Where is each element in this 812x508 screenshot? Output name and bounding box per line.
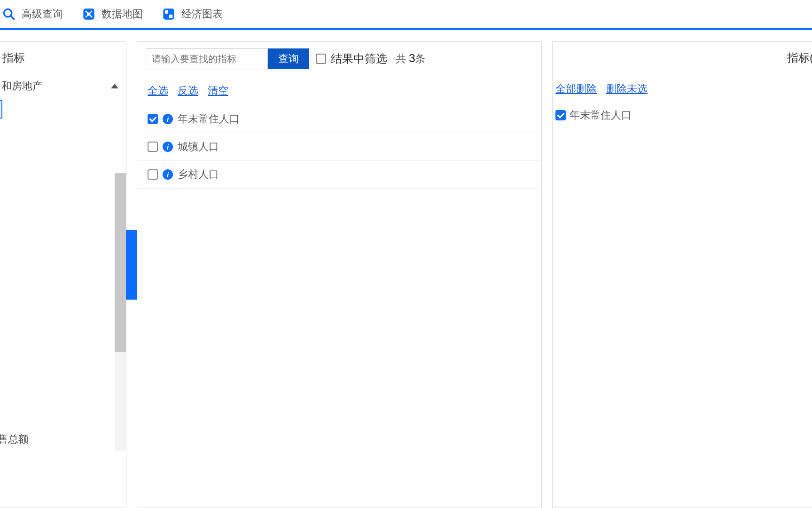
splitter-right[interactable]: [130, 230, 137, 300]
left-panel-body: 和房地产 售总额: [0, 74, 126, 508]
topbar-item-econ-chart[interactable]: 经济图表: [162, 7, 223, 21]
item-label: 年末常住人口: [178, 112, 240, 126]
info-icon[interactable]: i: [163, 169, 173, 180]
list-item[interactable]: i 乡村人口: [137, 161, 541, 189]
topbar-item-data-map[interactable]: 数据地图: [82, 7, 143, 21]
item-checkbox[interactable]: [148, 169, 158, 180]
svg-point-3: [87, 12, 91, 16]
item-label: 年末常住人口: [570, 108, 632, 122]
right-panel: 指标( 全部删除 删除未选 年末常住人口: [552, 41, 812, 508]
delete-all-link[interactable]: 全部删除: [555, 82, 597, 96]
delete-unselected-link[interactable]: 删除未选: [606, 82, 648, 96]
item-checkbox[interactable]: [148, 142, 158, 152]
filter-checkbox[interactable]: [316, 54, 326, 64]
left-panel-title: 指标: [0, 42, 126, 74]
magnifier-icon: [2, 7, 16, 21]
right-panel-title: 指标(: [553, 42, 812, 74]
svg-rect-6: [169, 15, 172, 18]
mid-panel-header: 查询 结果中筛选 共 3条: [137, 42, 541, 76]
info-icon[interactable]: i: [163, 114, 173, 124]
left-panel: 指标 和房地产 售总额: [0, 41, 126, 508]
globe-icon: [82, 7, 96, 21]
mid-panel: 查询 结果中筛选 共 3条 全选 反选 清空 i 年末常住人口 i 城镇人口: [137, 41, 542, 508]
result-count: 共 3条: [396, 52, 425, 66]
left-scrollbar[interactable]: [115, 173, 126, 451]
chart-grid-icon: [162, 7, 176, 21]
svg-rect-5: [165, 10, 168, 13]
topbar-item-label: 数据地图: [102, 7, 143, 21]
svg-line-1: [11, 16, 15, 19]
topbar-item-advanced-query[interactable]: 高级查询: [2, 7, 63, 21]
item-label: 城镇人口: [178, 140, 219, 154]
indicator-list: i 年末常住人口 i 城镇人口 i 乡村人口: [137, 103, 541, 190]
item-checkbox[interactable]: [148, 114, 158, 124]
tree-item-realestate[interactable]: 和房地产: [0, 74, 126, 98]
search-button[interactable]: 查询: [268, 48, 309, 69]
invert-link[interactable]: 反选: [178, 84, 198, 98]
tree-item-label: 和房地产: [1, 79, 43, 93]
topbar-item-label: 经济图表: [181, 7, 223, 21]
search-input[interactable]: [146, 48, 268, 69]
list-item[interactable]: i 城镇人口: [137, 133, 541, 161]
tree-selection-marker: [0, 100, 2, 119]
topbar: 高级查询 数据地图 经济图表: [0, 0, 812, 30]
item-checkbox[interactable]: [555, 110, 566, 120]
tree-item-label: 售总额: [0, 433, 29, 445]
list-item[interactable]: i 年末常住人口: [137, 105, 541, 133]
item-label: 乡村人口: [178, 167, 219, 182]
filter-in-results[interactable]: 结果中筛选: [316, 51, 387, 66]
select-all-link[interactable]: 全选: [148, 84, 168, 98]
tree-item-sales-total[interactable]: 售总额: [0, 432, 29, 446]
selection-links: 全选 反选 清空: [137, 76, 541, 103]
scrollbar-thumb[interactable]: [115, 173, 126, 352]
clear-link[interactable]: 清空: [208, 84, 228, 98]
selected-item[interactable]: 年末常住人口: [553, 102, 812, 129]
right-selection-links: 全部删除 删除未选: [553, 74, 812, 102]
content: 指标 和房地产 售总额 查询 结果中筛选 共 3条: [0, 30, 812, 508]
info-icon[interactable]: i: [163, 142, 173, 152]
svg-point-0: [4, 9, 12, 16]
caret-up-icon: [111, 84, 118, 88]
filter-checkbox-label: 结果中筛选: [331, 51, 387, 66]
topbar-item-label: 高级查询: [22, 7, 63, 21]
